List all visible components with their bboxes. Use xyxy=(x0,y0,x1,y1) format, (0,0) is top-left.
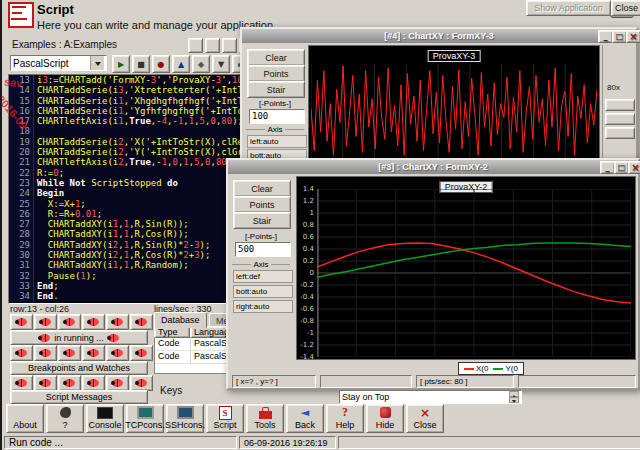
debug-bug-button[interactable] xyxy=(58,345,81,361)
legend-swatch xyxy=(464,368,474,370)
toolbar-button-tcpcons[interactable]: TCPcons. xyxy=(126,404,164,433)
debug-bug-button[interactable] xyxy=(10,345,33,361)
toolbar-button-hide[interactable]: Hide xyxy=(366,404,404,433)
diamond-button[interactable]: ◆ xyxy=(192,55,210,73)
close-button[interactable] xyxy=(628,161,640,174)
clear-button[interactable]: Clear xyxy=(233,180,291,197)
window-titlebar[interactable]: [#4] : ChartXY : FormXY-3 xyxy=(242,29,636,43)
toolbar-button-label: Back xyxy=(295,420,315,431)
right-axis-field[interactable]: right:auto xyxy=(233,300,293,313)
chart-window-formxy3[interactable]: [#4] : ChartXY : FormXY-3 Clear Points S… xyxy=(240,27,638,172)
legend-swatch xyxy=(493,368,503,370)
ladybug-icon xyxy=(136,318,147,326)
in-running-bar[interactable]: in running ... xyxy=(10,330,148,345)
window-titlebar[interactable]: [#3] : ChartXY : FormXY-2 xyxy=(228,160,638,174)
example-button[interactable] xyxy=(205,38,220,53)
spin-down-icon[interactable] xyxy=(509,397,519,403)
debug-bug-button[interactable] xyxy=(82,375,105,391)
side-button[interactable] xyxy=(605,127,635,139)
example-button[interactable] xyxy=(222,38,237,53)
stair-button[interactable]: Stair xyxy=(233,212,291,229)
debug-bug-button[interactable] xyxy=(130,345,153,361)
toolbar-button-[interactable]: ? xyxy=(46,404,84,433)
spinner[interactable] xyxy=(509,391,519,403)
chart-canvas-formxy3[interactable]: ProvaXY-3 0.511.522.533.544.55 xyxy=(308,45,600,172)
tab-database[interactable]: Database xyxy=(154,312,207,328)
ladybug-icon xyxy=(16,379,27,387)
record-button[interactable]: ● xyxy=(152,55,170,73)
cell-type: Code xyxy=(155,351,191,363)
code-text: CHARTaddSerie(i2,'X('+IntToStr(X),clRed,… xyxy=(34,137,270,147)
toolbar-button-tools[interactable]: Tools xyxy=(246,404,284,433)
clear-button[interactable]: Clear xyxy=(247,49,305,66)
code-text: CHARTaddXY(i2,1,R,Cos(R)*2+3); xyxy=(34,250,210,260)
y-tick-label: 1 xyxy=(310,209,314,217)
side-button[interactable] xyxy=(605,113,635,125)
debug-bug-button[interactable] xyxy=(34,314,57,330)
debug-bug-button[interactable] xyxy=(10,375,33,391)
debug-bug-button[interactable] xyxy=(58,314,81,330)
code-text xyxy=(34,126,37,136)
side-panel: 80x xyxy=(602,45,637,172)
debug-bug-button[interactable] xyxy=(130,375,153,391)
debug-bug-button[interactable] xyxy=(106,314,129,330)
stop-button[interactable]: ■ xyxy=(132,55,150,73)
points-count-input[interactable]: 100 xyxy=(249,109,305,124)
toolbar-button-back[interactable]: Back xyxy=(286,404,324,433)
script-messages-bar[interactable]: Script Messages xyxy=(10,390,148,404)
maximize-button[interactable] xyxy=(612,30,627,43)
debug-bug-button[interactable] xyxy=(82,345,105,361)
line-number: 18 xyxy=(9,126,34,136)
toolbar-button-help[interactable]: Help xyxy=(326,404,364,433)
minimize-button[interactable] xyxy=(600,161,615,174)
stay-on-top-select[interactable]: Stay on Top xyxy=(339,390,522,404)
left-axis-field[interactable]: left:auto xyxy=(247,135,307,148)
toolbar-button-about[interactable]: About xyxy=(6,404,44,433)
minimize-button[interactable] xyxy=(598,30,613,43)
close-application-button[interactable]: Close xyxy=(611,0,640,16)
down-button[interactable]: ▼ xyxy=(212,55,230,73)
breakpoint-buttons-row xyxy=(10,345,153,361)
ladybug-icon xyxy=(40,379,51,387)
keys-label: Keys xyxy=(160,385,182,396)
debug-bug-button[interactable] xyxy=(10,314,33,330)
up-button[interactable]: ▲ xyxy=(172,55,190,73)
breakpoints-bar[interactable]: Breakpoints and Watches xyxy=(10,361,148,375)
points-button[interactable]: Points xyxy=(247,65,305,82)
language-select[interactable]: PascalScript xyxy=(10,55,107,71)
stair-button[interactable]: Stair xyxy=(247,81,305,98)
y-tick-label: -0.6 xyxy=(300,305,314,313)
example-button[interactable] xyxy=(188,38,203,53)
debug-bug-button[interactable] xyxy=(130,314,153,330)
ladybug-icon xyxy=(136,349,147,357)
y-tick-label: 0.8 xyxy=(303,221,314,229)
line-number: 34 xyxy=(9,291,34,301)
cell-type: Code xyxy=(155,338,191,350)
close-button[interactable] xyxy=(626,30,640,43)
maximize-button[interactable] xyxy=(614,161,629,174)
debug-bug-button[interactable] xyxy=(34,345,57,361)
line-number: 29 xyxy=(9,240,34,250)
debug-bug-button[interactable] xyxy=(106,375,129,391)
y-tick-label: -0.4 xyxy=(300,293,314,301)
points-count-input[interactable]: 500 xyxy=(235,242,291,257)
left-axis-field[interactable]: left:def xyxy=(233,270,293,283)
play-button[interactable]: ▶ xyxy=(112,55,130,73)
show-application-button: Show Application xyxy=(526,0,611,16)
debug-bug-button[interactable] xyxy=(58,375,81,391)
toolbar-button-script[interactable]: Script xyxy=(206,404,244,433)
debug-bug-button[interactable] xyxy=(82,314,105,330)
chart-canvas-formxy2[interactable]: ProvaXY-2 1.41.210.80.60.40.20-0.2-0.4-0… xyxy=(296,176,636,360)
chart-window-formxy2[interactable]: [#3] : ChartXY : FormXY-2 Clear Points S… xyxy=(226,158,640,390)
toolbar-button-sshcons[interactable]: SSHcons. xyxy=(166,404,204,433)
side-button[interactable] xyxy=(605,99,635,111)
toolbar-button-close[interactable]: Close xyxy=(406,404,444,433)
points-button[interactable]: Points xyxy=(233,196,291,213)
bottom-axis-field[interactable]: bott:auto xyxy=(233,285,293,298)
toolbar-button-console[interactable]: Console xyxy=(86,404,124,433)
debug-bug-button[interactable] xyxy=(34,375,57,391)
debug-bug-button[interactable] xyxy=(106,345,129,361)
y-tick-label: 0.2 xyxy=(303,257,314,265)
chevron-down-icon[interactable] xyxy=(90,56,104,70)
code-text: CHARTaddXY(i1,1,R,Random); xyxy=(34,260,189,270)
